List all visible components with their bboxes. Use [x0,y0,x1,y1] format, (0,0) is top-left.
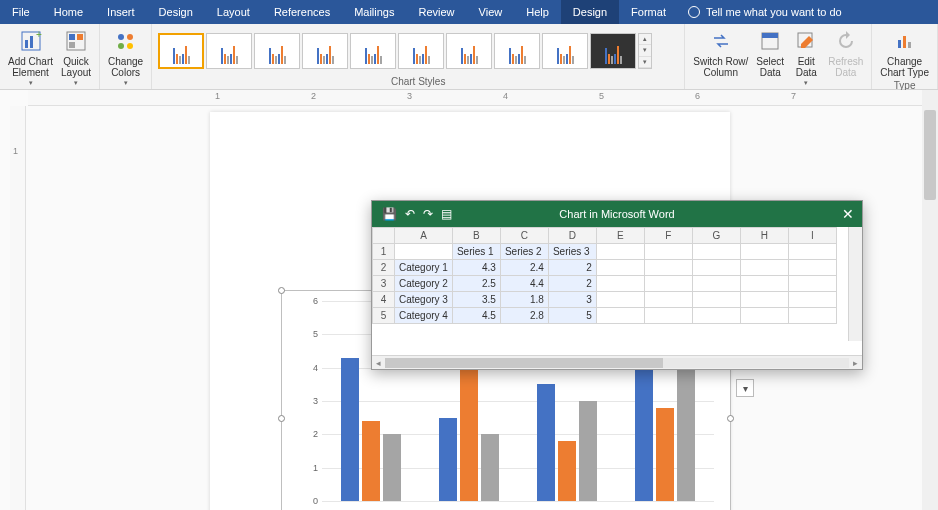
add-chart-element-button[interactable]: + Add Chart Element▾ [4,26,57,89]
cell[interactable] [395,244,453,260]
chart-style-thumb[interactable] [206,33,252,69]
cell[interactable]: 5 [548,308,596,324]
cell[interactable]: 2 [548,260,596,276]
cell[interactable] [788,292,836,308]
tab-chart-format[interactable]: Format [619,0,678,24]
cell[interactable]: 3 [548,292,596,308]
cell[interactable] [692,260,740,276]
gallery-more-button[interactable]: ▴▾▾ [638,33,652,69]
chart-style-thumb[interactable] [446,33,492,69]
bar[interactable] [439,418,457,501]
sheet-titlebar[interactable]: 💾 ↶ ↷ ▤ Chart in Microsoft Word ✕ [372,201,862,227]
bar[interactable] [362,421,380,501]
tab-file[interactable]: File [0,0,42,24]
cell[interactable] [740,276,788,292]
cell[interactable] [788,276,836,292]
scrollbar-thumb[interactable] [385,358,663,368]
cell[interactable] [644,308,692,324]
close-button[interactable]: ✕ [842,206,854,222]
row-header[interactable]: 1 [373,244,395,260]
sheet-vertical-scrollbar[interactable] [848,227,862,341]
scroll-left-icon[interactable]: ◂ [372,358,385,368]
tab-insert[interactable]: Insert [95,0,147,24]
row-header[interactable]: 3 [373,276,395,292]
cell[interactable] [596,292,644,308]
cell[interactable]: Category 2 [395,276,453,292]
bar[interactable] [558,441,576,501]
chart-style-thumb[interactable] [158,33,204,69]
tab-help[interactable]: Help [514,0,561,24]
column-header[interactable]: E [596,228,644,244]
column-header[interactable]: I [788,228,836,244]
cell[interactable]: 4.5 [452,308,500,324]
resize-handle[interactable] [278,287,285,294]
tab-review[interactable]: Review [407,0,467,24]
column-header[interactable]: F [644,228,692,244]
cell[interactable]: 2.4 [500,260,548,276]
bar[interactable] [537,384,555,501]
cell[interactable]: Series 1 [452,244,500,260]
vertical-scrollbar[interactable] [922,90,938,510]
cell[interactable] [740,308,788,324]
column-header[interactable]: H [740,228,788,244]
tab-mailings[interactable]: Mailings [342,0,406,24]
chart-style-thumb[interactable] [542,33,588,69]
cell[interactable] [788,244,836,260]
cell[interactable] [644,276,692,292]
resize-handle[interactable] [278,415,285,422]
cell[interactable] [644,260,692,276]
cell[interactable]: 4.3 [452,260,500,276]
cell[interactable] [740,260,788,276]
tab-layout[interactable]: Layout [205,0,262,24]
cell[interactable]: 1.8 [500,292,548,308]
bar[interactable] [460,354,478,501]
cell[interactable]: 2.5 [452,276,500,292]
tell-me-search[interactable]: Tell me what you want to do [678,0,852,24]
cell[interactable] [596,276,644,292]
column-header[interactable]: A [395,228,453,244]
change-chart-type-button[interactable]: Change Chart Type [876,26,933,80]
tab-chart-design[interactable]: Design [561,0,619,24]
chart-style-thumb[interactable] [302,33,348,69]
cell[interactable]: 4.4 [500,276,548,292]
chart-filters-button[interactable]: ▾ [736,379,754,397]
cell[interactable]: Category 4 [395,308,453,324]
cell[interactable] [788,308,836,324]
scrollbar-track[interactable] [385,358,849,368]
cell[interactable] [596,244,644,260]
column-header[interactable] [373,228,395,244]
sheet-horizontal-scrollbar[interactable]: ◂ ▸ [372,355,862,369]
cell[interactable] [596,260,644,276]
chart-style-thumb[interactable] [494,33,540,69]
row-header[interactable]: 5 [373,308,395,324]
bar[interactable] [341,358,359,501]
cell[interactable] [692,308,740,324]
column-header[interactable]: B [452,228,500,244]
column-header[interactable]: G [692,228,740,244]
bar[interactable] [656,408,674,501]
scroll-right-icon[interactable]: ▸ [849,358,862,368]
cell[interactable]: 2.8 [500,308,548,324]
bar[interactable] [481,434,499,501]
cell[interactable]: Series 3 [548,244,596,260]
horizontal-ruler[interactable]: 1234567 [28,90,922,106]
cell[interactable] [788,260,836,276]
row-header[interactable]: 2 [373,260,395,276]
cell[interactable]: 3.5 [452,292,500,308]
cell[interactable] [740,292,788,308]
chart-style-thumb[interactable] [590,33,636,69]
chart-style-thumb[interactable] [398,33,444,69]
edit-data-button[interactable]: Edit Data▾ [788,26,824,89]
chart-data-window[interactable]: 💾 ↶ ↷ ▤ Chart in Microsoft Word ✕ ABCDEF… [371,200,863,370]
spreadsheet-grid[interactable]: ABCDEFGHI1Series 1Series 2Series 32Categ… [372,227,862,355]
refresh-data-button[interactable]: Refresh Data [824,26,867,80]
tab-home[interactable]: Home [42,0,95,24]
tab-design[interactable]: Design [147,0,205,24]
chart-style-thumb[interactable] [350,33,396,69]
column-header[interactable]: D [548,228,596,244]
change-colors-button[interactable]: Change Colors▾ [104,26,147,89]
chart-style-thumb[interactable] [254,33,300,69]
resize-handle[interactable] [727,415,734,422]
cell[interactable] [740,244,788,260]
bar[interactable] [579,401,597,501]
